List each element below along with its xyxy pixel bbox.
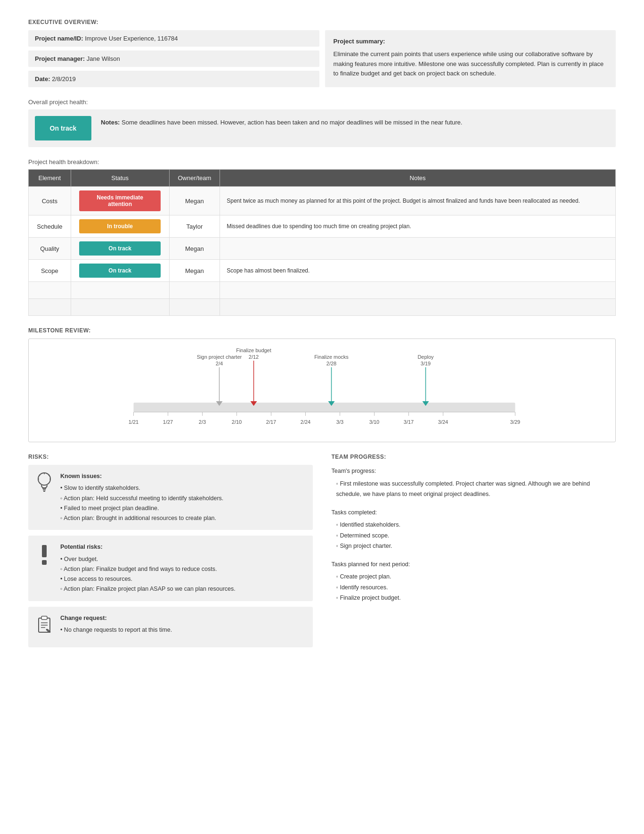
svg-rect-52: [41, 616, 47, 619]
manager-label: Project manager:: [35, 55, 85, 62]
milestone-svg: 1/21 1/27 2/3 2/10 2/17 2/24 3/3 3/10 3/…: [36, 348, 608, 438]
exec-summary-box: Project summary: Eliminate the current p…: [325, 30, 616, 87]
list-item: ◦ Action plan: Finalize project plan ASA…: [60, 584, 236, 594]
exec-left: Project name/ID: Improve User Experience…: [28, 30, 319, 87]
svg-text:3/10: 3/10: [369, 419, 379, 425]
svg-text:2/17: 2/17: [266, 419, 276, 425]
list-item: ◦ Action plan: Brought in additional res…: [60, 513, 223, 523]
notes-text: Some deadlines have been missed. However…: [122, 119, 462, 126]
team-progress-list: First milestone was successfully complet…: [332, 479, 616, 500]
breakdown-label: Project health breakdown:: [28, 158, 616, 165]
tasks-completed-list: Identified stakeholders.Determined scope…: [332, 520, 616, 552]
project-name-label: Project name/ID:: [35, 35, 83, 42]
list-item: ◦ Action plan: Finalize budget and find …: [60, 564, 236, 574]
list-item: Create project plan.: [336, 571, 616, 582]
svg-rect-49: [42, 545, 47, 557]
col-owner: Owner/team: [169, 170, 220, 187]
col-notes: Notes: [220, 170, 616, 187]
status-badge: Needs immediate attention: [79, 190, 161, 211]
milestone-section: MILESTONE REVIEW: 1/21 1/27 2/3 2/10 2/1…: [28, 327, 616, 442]
list-item: Identify resources.: [336, 582, 616, 593]
summary-text: Eliminate the current pain points that u…: [334, 50, 604, 77]
table-row: Scope: [29, 260, 71, 282]
health-notes: Notes: Some deadlines have been missed. …: [101, 116, 462, 128]
svg-text:3/24: 3/24: [438, 419, 448, 425]
known-issues-item: Known issues: • Slow to identify stakeho…: [28, 465, 313, 530]
exec-overview-title: EXECUTIVE OVERVIEW:: [28, 19, 616, 25]
risks-section: RISKS: Known issues: • Slow t: [28, 454, 313, 653]
svg-text:2/24: 2/24: [301, 419, 310, 425]
change-request-content: Change request: • No change requests to …: [60, 613, 172, 636]
list-item: Sign project charter.: [336, 541, 616, 552]
team-title: TEAM PROGRESS:: [332, 454, 616, 460]
tasks-planned-list: Create project plan.Identify resources.F…: [332, 571, 616, 603]
milestone-chart: 1/21 1/27 2/3 2/10 2/17 2/24 3/3 3/10 3/…: [28, 339, 616, 442]
svg-text:3/17: 3/17: [404, 419, 414, 425]
potential-risks-item: Potential risks: • Over budget. ◦ Action…: [28, 536, 313, 601]
health-row: On track Notes: Some deadlines have been…: [28, 109, 616, 147]
list-item: First milestone was successfully complet…: [336, 479, 616, 500]
svg-text:3/29: 3/29: [510, 419, 520, 425]
list-item: Determined scope.: [336, 530, 616, 541]
project-name-box: Project name/ID: Improve User Experience…: [28, 30, 319, 47]
svg-text:2/10: 2/10: [232, 419, 242, 425]
status-badge: On track: [79, 241, 161, 256]
date-box: Date: 2/8/2019: [28, 71, 319, 87]
tasks-completed-label: Tasks completed:: [332, 507, 616, 518]
svg-text:1/27: 1/27: [163, 419, 173, 425]
breakdown-table: Element Status Owner/team Notes Costs Ne…: [28, 169, 616, 316]
list-item: • Over budget.: [60, 554, 236, 564]
clipboard-icon: [35, 613, 54, 641]
list-item: • Slow to identify stakeholders.: [60, 483, 223, 493]
status-badge: In trouble: [79, 219, 161, 233]
svg-text:Finalize mocks: Finalize mocks: [314, 354, 349, 360]
overall-health-label: Overall project health:: [28, 99, 616, 106]
team-content: Team's progress: First milestone was suc…: [332, 466, 616, 603]
status-badge: On track: [79, 264, 161, 278]
risks-title: RISKS:: [28, 454, 313, 460]
known-issues-content: Known issues: • Slow to identify stakeho…: [60, 471, 223, 523]
svg-text:3/3: 3/3: [336, 419, 343, 425]
overall-status-badge: On track: [35, 116, 91, 140]
lightbulb-icon: [35, 471, 54, 499]
team-progress-label: Team's progress:: [332, 466, 616, 477]
svg-rect-0: [134, 403, 515, 412]
overall-health-section: Overall project health: On track Notes: …: [28, 99, 616, 147]
svg-text:2/4: 2/4: [216, 361, 223, 366]
table-row: Schedule: [29, 215, 71, 238]
exec-grid: Project name/ID: Improve User Experience…: [28, 30, 616, 87]
list-item: Finalize project budget.: [336, 593, 616, 603]
col-status: Status: [71, 170, 169, 187]
notes-label: Notes:: [101, 119, 120, 126]
svg-rect-50: [42, 560, 47, 565]
svg-text:3/19: 3/19: [421, 361, 431, 366]
date-value: 2/8/2019: [52, 75, 76, 83]
svg-text:Deploy: Deploy: [417, 354, 434, 360]
svg-text:Sign project charter: Sign project charter: [197, 354, 242, 360]
list-item: ◦ Action plan: Held successful meeting t…: [60, 494, 223, 504]
project-name-value: Improve User Experience, 116784: [85, 35, 178, 42]
svg-text:Finalize budget: Finalize budget: [236, 348, 271, 353]
manager-box: Project manager: Jane Wilson: [28, 50, 319, 67]
executive-overview-section: EXECUTIVE OVERVIEW: Project name/ID: Imp…: [28, 19, 616, 87]
list-item: • No change requests to report at this t…: [60, 625, 172, 635]
milestone-title: MILESTONE REVIEW:: [28, 327, 616, 334]
list-item: • Failed to meet project plan deadline.: [60, 504, 223, 513]
table-row: Quality: [29, 238, 71, 260]
known-issues-title: Known issues:: [60, 471, 223, 481]
tasks-planned-label: Tasks planned for next period:: [332, 559, 616, 570]
summary-label: Project summary:: [334, 37, 608, 47]
svg-text:2/28: 2/28: [326, 361, 336, 366]
svg-point-40: [38, 473, 50, 485]
col-element: Element: [29, 170, 71, 187]
breakdown-section: Project health breakdown: Element Status…: [28, 158, 616, 316]
exclamation-icon: [35, 542, 54, 570]
bottom-section: RISKS: Known issues: • Slow t: [28, 454, 616, 653]
date-label: Date:: [35, 75, 50, 83]
table-row: Costs: [29, 187, 71, 215]
list-item: Identified stakeholders.: [336, 520, 616, 530]
svg-text:2/12: 2/12: [249, 354, 259, 360]
svg-text:2/3: 2/3: [199, 419, 206, 425]
svg-text:1/21: 1/21: [129, 419, 139, 425]
change-request-item: Change request: • No change requests to …: [28, 607, 313, 647]
